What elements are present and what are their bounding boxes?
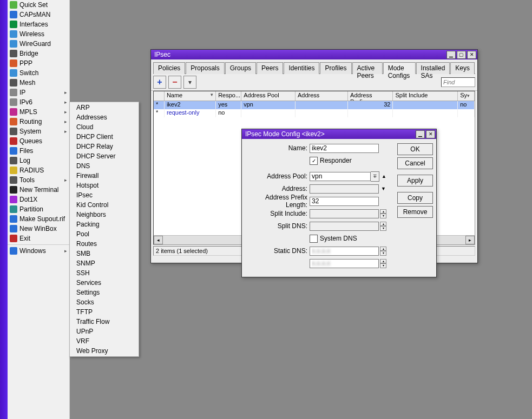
static-dns-input-1[interactable] (310, 247, 379, 256)
column-header[interactable]: Split Include (393, 91, 458, 101)
column-header[interactable]: Address Pool (241, 91, 295, 101)
sidebar-item-ppp[interactable]: PPP (8, 58, 69, 68)
submenu-item-traffic-flow[interactable]: Traffic Flow (70, 317, 139, 327)
static-dns-stepper-1[interactable]: ▴▾ (380, 247, 386, 256)
column-header[interactable]: Address (295, 91, 348, 101)
close-icon[interactable]: ✕ (467, 51, 476, 59)
tab-groups[interactable]: Groups (225, 62, 256, 74)
responder-checkbox[interactable]: ✓ (310, 157, 318, 165)
submenu-item-smb[interactable]: SMB (70, 249, 139, 258)
maximize-icon[interactable]: ▢ (457, 51, 466, 59)
add-button[interactable]: + (153, 76, 166, 89)
close-icon[interactable]: ✕ (426, 130, 435, 138)
scroll-left-icon[interactable]: ◂ (154, 236, 163, 244)
cancel-button[interactable]: Cancel (397, 157, 433, 169)
sidebar-item-files[interactable]: Files (8, 146, 69, 156)
column-header[interactable]: Address Prefi... (348, 91, 393, 101)
table-row[interactable]: *ikev2yesvpn32no (154, 101, 475, 109)
column-header[interactable]: Respo... (216, 91, 241, 101)
sidebar-item-tools[interactable]: Tools ▸ (8, 175, 69, 185)
column-header[interactable]: Sy▾ (458, 91, 475, 101)
minimize-icon[interactable]: ▁ (416, 130, 425, 138)
submenu-item-neighbors[interactable]: Neighbors (70, 210, 139, 220)
split-dns-stepper[interactable]: ▴▾ (380, 222, 386, 231)
sidebar-item-bridge[interactable]: Bridge (8, 49, 69, 58)
sidebar-item-switch[interactable]: Switch (8, 68, 69, 78)
ipsec-titlebar[interactable]: IPsec ▁ ▢ ✕ (151, 50, 477, 59)
submenu-item-firewall[interactable]: Firewall (70, 171, 139, 181)
prefix-length-input[interactable] (310, 197, 379, 206)
sidebar-item-mpls[interactable]: MPLS ▸ (8, 107, 69, 117)
sidebar-item-new-terminal[interactable]: New Terminal (8, 185, 69, 195)
submenu-item-socks[interactable]: Socks (70, 297, 139, 307)
submenu-item-dhcp-relay[interactable]: DHCP Relay (70, 142, 139, 151)
submenu-item-addresses[interactable]: Addresses (70, 112, 139, 122)
copy-button[interactable]: Copy (397, 192, 433, 204)
apply-button[interactable]: Apply (397, 175, 433, 187)
split-dns-input[interactable] (310, 222, 379, 231)
submenu-item-arp[interactable]: ARP (70, 103, 139, 112)
tab-installed-sas[interactable]: Installed SAs (416, 62, 450, 74)
submenu-item-dns[interactable]: DNS (70, 161, 139, 171)
submenu-item-settings[interactable]: Settings (70, 288, 139, 297)
column-header[interactable]: Name▾ (165, 91, 216, 101)
sidebar-item-routing[interactable]: Routing ▸ (8, 117, 69, 127)
sidebar-item-queues[interactable]: Queues (8, 136, 69, 146)
submenu-item-web-proxy[interactable]: Web Proxy (70, 346, 139, 356)
static-dns-stepper-2[interactable]: ▴▾ (380, 259, 386, 268)
tab-peers[interactable]: Peers (257, 62, 283, 74)
submenu-item-pool[interactable]: Pool (70, 229, 139, 239)
remove-button[interactable]: − (168, 76, 181, 89)
sidebar-item-system[interactable]: System ▸ (8, 127, 69, 136)
find-input[interactable] (441, 77, 475, 87)
submenu-item-hotspot[interactable]: Hotspot (70, 181, 139, 190)
tab-policies[interactable]: Policies (153, 62, 185, 74)
sidebar-item-wireguard[interactable]: WireGuard (8, 39, 69, 49)
remove-button[interactable]: Remove (397, 206, 433, 218)
split-include-stepper[interactable]: ▴▾ (380, 209, 386, 218)
dropdown-icon[interactable]: ∓ (371, 171, 379, 182)
sidebar-item-mesh[interactable]: Mesh (8, 78, 69, 88)
filter-button[interactable]: ▾ (183, 76, 196, 89)
tab-keys[interactable]: Keys (450, 62, 475, 74)
submenu-item-cloud[interactable]: Cloud (70, 122, 139, 132)
sidebar-item-exit[interactable]: Exit (8, 234, 69, 243)
tab-profiles[interactable]: Profiles (320, 62, 351, 74)
split-include-input[interactable] (310, 209, 379, 218)
expand-down-icon[interactable]: ▼ (381, 186, 386, 191)
submenu-item-ipsec[interactable]: IPsec (70, 190, 139, 200)
sidebar-item-capsman[interactable]: CAPsMAN (8, 10, 69, 19)
table-row[interactable]: *request-onlyno (154, 109, 475, 117)
sidebar-item-quick-set[interactable]: Quick Set (8, 0, 69, 10)
submenu-item-tftp[interactable]: TFTP (70, 307, 139, 317)
submenu-item-services[interactable]: Services (70, 278, 139, 288)
ok-button[interactable]: OK (397, 143, 433, 155)
address-pool-input[interactable] (310, 172, 371, 181)
submenu-item-vrf[interactable]: VRF (70, 336, 139, 346)
sidebar-item-ipv6[interactable]: IPv6 ▸ (8, 97, 69, 107)
tab-proposals[interactable]: Proposals (186, 62, 224, 74)
expand-up-icon[interactable]: ▲ (382, 174, 386, 179)
sidebar-item-interfaces[interactable]: Interfaces (8, 19, 69, 29)
submenu-item-packing[interactable]: Packing (70, 220, 139, 229)
address-input[interactable] (310, 184, 379, 194)
sidebar-item-new-winbox[interactable]: New WinBox (8, 224, 69, 234)
sidebar-item-make-supout-rif[interactable]: Make Supout.rif (8, 214, 69, 224)
sidebar-item-wireless[interactable]: Wireless (8, 29, 69, 39)
tab-identities[interactable]: Identities (284, 62, 319, 74)
sidebar-item-dot1x[interactable]: Dot1X (8, 195, 69, 204)
modeconf-titlebar[interactable]: IPsec Mode Config <ikev2> ▁ ✕ (242, 129, 436, 139)
static-dns-input-2[interactable] (310, 259, 379, 268)
sidebar-item-partition[interactable]: Partition (8, 204, 69, 214)
submenu-item-routes[interactable]: Routes (70, 239, 139, 249)
minimize-icon[interactable]: ▁ (446, 51, 456, 59)
column-flag[interactable] (154, 91, 165, 101)
submenu-item-ssh[interactable]: SSH (70, 268, 139, 278)
submenu-item-upnp[interactable]: UPnP (70, 327, 139, 336)
sidebar-item-windows[interactable]: Windows ▸ (8, 246, 69, 256)
sidebar-item-ip[interactable]: IP ▸ (8, 88, 69, 97)
submenu-item-snmp[interactable]: SNMP (70, 258, 139, 268)
sidebar-item-log[interactable]: Log (8, 156, 69, 165)
name-input[interactable] (310, 144, 379, 153)
tab-active-peers[interactable]: Active Peers (352, 62, 383, 74)
